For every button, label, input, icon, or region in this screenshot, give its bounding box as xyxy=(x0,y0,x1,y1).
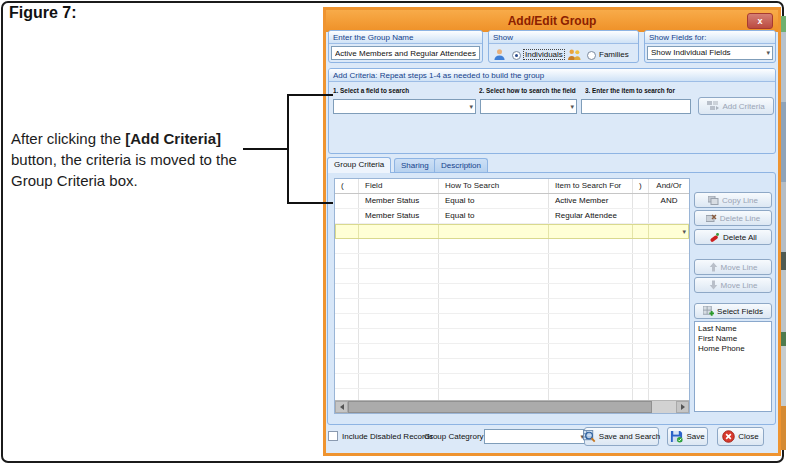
scroll-left-button[interactable] xyxy=(335,401,348,413)
criteria-row-1[interactable]: Member Status Equal to Active Member AND xyxy=(335,194,689,209)
group-name-header: Enter the Group Name xyxy=(329,31,482,44)
background-window-sliver xyxy=(781,182,786,252)
move-line-up-button[interactable]: Move Line xyxy=(694,259,772,275)
chevron-down-icon: ▾ xyxy=(570,102,574,110)
chevron-down-icon: ▾ xyxy=(766,49,770,57)
background-window-sliver xyxy=(781,332,786,346)
criteria-grid: ( Field How To Search Item to Search For… xyxy=(334,178,690,414)
dialog-title: Add/Edit Group xyxy=(508,14,597,28)
add-criteria-button[interactable]: Add Criteria xyxy=(698,97,774,115)
item-to-search-input[interactable] xyxy=(581,99,691,114)
fields-list-item[interactable]: First Name xyxy=(695,334,771,344)
group-category-dropdown[interactable]: ▾ xyxy=(484,429,587,444)
callout-line-bottom xyxy=(289,202,333,204)
fields-list-item[interactable]: Last Name xyxy=(695,324,771,334)
add-edit-group-dialog: Add/Edit Group x Enter the Group Name Sh… xyxy=(323,7,781,456)
scroll-right-button[interactable] xyxy=(676,401,689,413)
col-how-to-search[interactable]: How To Search xyxy=(439,179,549,193)
select-fields-plus-icon xyxy=(703,306,714,317)
grid-empty-row[interactable] xyxy=(335,359,689,374)
background-window-sliver xyxy=(781,16,786,32)
titlebar-close-button[interactable]: x xyxy=(747,13,773,29)
close-x-icon: x xyxy=(757,17,762,26)
grid-empty-row[interactable] xyxy=(335,314,689,329)
tab-description[interactable]: Description xyxy=(434,158,488,173)
grid-empty-row[interactable] xyxy=(335,374,689,389)
individuals-radio[interactable] xyxy=(512,51,521,60)
grid-empty-row[interactable] xyxy=(335,299,689,314)
tab-sharing[interactable]: Sharing xyxy=(394,158,436,173)
criteria-new-row[interactable]: ▾ xyxy=(335,224,689,239)
show-header: Show xyxy=(489,31,638,44)
field-to-search-dropdown[interactable]: ▾ xyxy=(333,99,476,114)
background-window-sliver xyxy=(781,270,786,332)
save-button[interactable]: Save xyxy=(667,427,708,446)
step3-label: 3. Enter the item to search for xyxy=(585,86,675,95)
families-radio-label[interactable]: Families xyxy=(599,50,629,59)
eraser-icon xyxy=(709,232,720,243)
delete-line-icon xyxy=(706,214,717,223)
save-disk-icon xyxy=(670,430,683,443)
grid-empty-rows xyxy=(335,239,689,404)
tab-group-criteria[interactable]: Group Criteria xyxy=(327,157,391,173)
copy-line-button[interactable]: Copy Line xyxy=(694,192,772,208)
grid-horizontal-scrollbar[interactable] xyxy=(335,400,689,413)
caption-line-3: Group Criteria box. xyxy=(11,170,261,191)
add-criteria-panel: Add Criteria: Repeat steps 1-4 as needed… xyxy=(328,68,776,154)
close-circle-icon xyxy=(722,430,735,443)
grid-empty-row[interactable] xyxy=(335,329,689,344)
group-name-input[interactable] xyxy=(331,46,480,60)
grid-header-row: ( Field How To Search Item to Search For… xyxy=(335,179,689,194)
how-to-search-dropdown[interactable]: ▾ xyxy=(480,99,577,114)
callout-line-vertical xyxy=(287,94,289,204)
families-people-icon xyxy=(567,48,582,61)
background-window-sliver xyxy=(781,346,786,406)
dialog-titlebar[interactable]: Add/Edit Group x xyxy=(326,10,778,32)
andor-dropdown-arrow-icon[interactable]: ▾ xyxy=(682,228,686,236)
criteria-row-2[interactable]: Member Status Equal to Regular Attendee xyxy=(335,209,689,224)
figure-label: Figure 7: xyxy=(9,4,77,22)
save-and-search-button[interactable]: Save and Search xyxy=(584,427,659,446)
background-window-sliver xyxy=(781,32,786,102)
col-open-paren[interactable]: ( xyxy=(335,179,359,193)
grid-empty-row[interactable] xyxy=(335,254,689,269)
families-radio[interactable] xyxy=(587,51,596,60)
grid-empty-row[interactable] xyxy=(335,284,689,299)
step1-label: 1. Select a field to search xyxy=(333,86,409,95)
fields-listbox[interactable]: Last Name First Name Home Phone xyxy=(694,321,772,412)
callout-line-middle xyxy=(243,148,289,150)
scrollbar-thumb[interactable] xyxy=(348,401,652,413)
show-fields-header: Show Fields for: xyxy=(645,31,775,44)
show-box: Show Individuals Families xyxy=(488,30,639,63)
caption-line-2: button, the criteria is moved to the xyxy=(11,149,261,170)
delete-line-button[interactable]: Delete Line xyxy=(694,210,772,226)
col-close-paren[interactable]: ) xyxy=(633,179,649,193)
fields-list-item[interactable]: Home Phone xyxy=(695,344,771,354)
add-criteria-icon xyxy=(707,101,719,111)
col-item-to-search[interactable]: Item to Search For xyxy=(549,179,633,193)
col-and-or[interactable]: And/Or xyxy=(649,179,689,193)
scroll-right-arrow-icon xyxy=(681,404,685,410)
grid-empty-row[interactable] xyxy=(335,344,689,359)
group-category-label: Group Categrory xyxy=(424,432,484,441)
grid-empty-row[interactable] xyxy=(335,269,689,284)
show-fields-dropdown[interactable]: Show Individual Fields ▾ xyxy=(647,46,773,60)
scroll-left-arrow-icon xyxy=(340,404,344,410)
figure-caption: After clicking the [Add Criteria] button… xyxy=(11,128,261,191)
step2-label: 2. Select how to search the field xyxy=(479,86,576,95)
search-icon xyxy=(583,430,596,443)
include-disabled-checkbox[interactable] xyxy=(328,431,338,441)
background-window-sliver xyxy=(781,102,786,182)
move-line-down-button[interactable]: Move Line xyxy=(694,277,772,293)
individuals-radio-label[interactable]: Individuals xyxy=(524,50,564,59)
arrow-down-icon xyxy=(709,280,718,290)
chevron-down-icon: ▾ xyxy=(469,102,473,110)
col-field[interactable]: Field xyxy=(359,179,439,193)
close-button[interactable]: Close xyxy=(717,427,764,446)
delete-all-button[interactable]: Delete All xyxy=(694,229,772,245)
grid-empty-row[interactable] xyxy=(335,239,689,254)
select-fields-button[interactable]: Select Fields xyxy=(694,303,772,319)
arrow-up-icon xyxy=(709,262,718,272)
include-disabled-label: Include Disabled Records xyxy=(342,432,433,441)
copy-icon xyxy=(708,196,719,205)
